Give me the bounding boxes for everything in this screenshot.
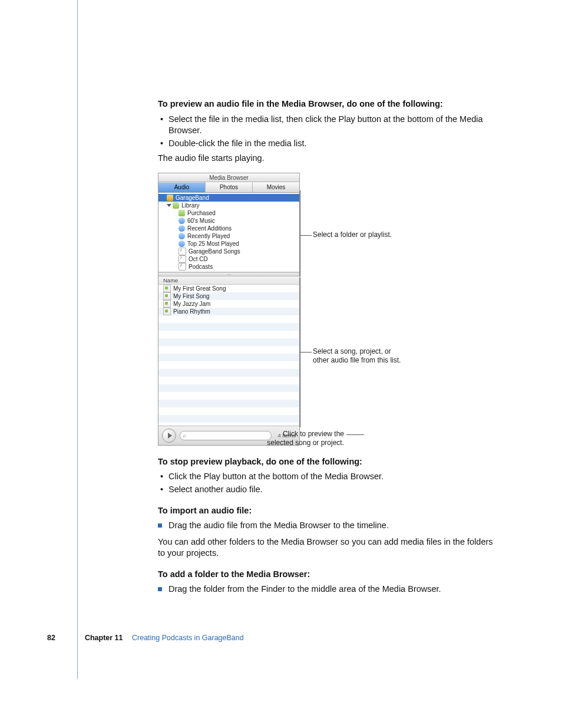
pane-divider[interactable]: ⋯ (158, 272, 299, 276)
tree-item-garageband[interactable]: GarageBand (158, 194, 299, 202)
smart-playlist-icon (178, 233, 185, 239)
tree-item-library[interactable]: Library (158, 202, 299, 209)
page-number: 82 (47, 634, 55, 642)
callout-text: selected song or project. (267, 439, 344, 447)
tree-label: Purchased (187, 210, 216, 216)
tree-label: 60's Music (187, 218, 215, 224)
paragraph: You can add other folders to the Media B… (158, 536, 494, 559)
tab-movies[interactable]: Movies (253, 182, 299, 192)
callout-folder: Select a folder or playlist. (313, 230, 392, 239)
paragraph: The audio file starts playing. (158, 153, 494, 164)
bullet-item: Select the file in the media list, then … (158, 114, 494, 137)
stop-bullets: Click the Play button at the bottom of t… (158, 471, 494, 495)
tree-label: Recent Additions (187, 225, 232, 232)
heading-import: To import an audio file: (158, 505, 494, 517)
media-browser-title: Media Browser (158, 173, 299, 182)
smart-playlist-icon (178, 218, 185, 224)
file-name: My First Great Song (173, 285, 226, 292)
heading-addfolder: To add a folder to the Media Browser: (158, 569, 494, 581)
bracket-line (300, 278, 300, 427)
disclosure-triangle-icon[interactable] (167, 204, 171, 207)
tree-item[interactable]: Podcasts (158, 263, 299, 271)
search-input[interactable] (180, 431, 272, 440)
source-tree[interactable]: GarageBand Library Purchased 60's Music … (158, 193, 299, 272)
list-item[interactable]: Piano Rhythm (158, 308, 299, 315)
file-name: My First Song (173, 293, 210, 299)
audio-file-icon (163, 292, 171, 300)
audio-file-icon (163, 300, 171, 308)
media-browser-figure: Click to preview the selected song or pr… (158, 173, 494, 446)
bullet-item: Double-click the file in the media list. (158, 138, 494, 150)
tree-label: Oct CD (189, 256, 208, 262)
media-list[interactable]: Name My First Great Song My First Song M… (158, 276, 299, 426)
chapter-title: Creating Podcasts in GarageBand (132, 634, 244, 642)
chapter-label: Chapter 11 (85, 634, 123, 642)
tree-label: Podcasts (189, 263, 213, 270)
tab-photos[interactable]: Photos (206, 182, 253, 192)
bullet-item: Drag the folder from the Finder to the m… (158, 584, 494, 595)
playlist-icon (178, 263, 186, 271)
media-browser-tabs: Audio Photos Movies (158, 182, 299, 193)
tree-item[interactable]: 60's Music (158, 217, 299, 225)
callout-song: Select a song, project, or other audio f… (313, 347, 401, 365)
heading-stop: To stop preview playback, do one of the … (158, 456, 494, 468)
smart-playlist-icon (178, 241, 185, 247)
playlist-icon (178, 210, 185, 216)
callout-text: Select a song, project, or (313, 347, 391, 355)
addfolder-bullets: Drag the folder from the Finder to the m… (158, 584, 494, 595)
list-item[interactable]: My Jazzy Jam (158, 300, 299, 308)
tree-item[interactable]: Purchased (158, 209, 299, 217)
bullet-item: Drag the audio file from the Media Brows… (158, 520, 494, 532)
tree-label: Recently Played (187, 233, 230, 239)
tree-item[interactable]: Recent Additions (158, 225, 299, 232)
library-icon (173, 202, 179, 209)
tree-item[interactable]: Recently Played (158, 232, 299, 240)
tree-label: Top 25 Most Played (187, 241, 239, 247)
tree-label: GarageBand Songs (189, 248, 240, 255)
smart-playlist-icon (178, 225, 185, 232)
callout-text: other audio file from this list. (313, 356, 401, 364)
play-button[interactable] (162, 429, 176, 443)
empty-rows (158, 315, 299, 423)
preview-bullets: Select the file in the media list, then … (158, 114, 494, 150)
audio-file-icon (163, 308, 171, 315)
main-content: To preview an audio file in the Media Br… (158, 98, 494, 599)
tree-label: GarageBand (176, 195, 209, 201)
callout-text: Select a folder or playlist. (313, 230, 392, 239)
page-footer: 82 Chapter 11 Creating Podcasts in Garag… (47, 634, 244, 642)
file-name: My Jazzy Jam (173, 301, 210, 307)
column-header-name[interactable]: Name (158, 276, 299, 285)
bullet-item: Select another audio file. (158, 484, 494, 496)
bullet-item: Click the Play button at the bottom of t… (158, 471, 494, 483)
import-bullets: Drag the audio file from the Media Brows… (158, 520, 494, 532)
list-item[interactable]: My First Great Song (158, 285, 299, 292)
left-margin-rule (77, 0, 78, 679)
garageband-icon (167, 195, 173, 201)
list-item[interactable]: My First Song (158, 292, 299, 300)
audio-file-icon (163, 285, 171, 292)
tab-audio[interactable]: Audio (158, 182, 206, 192)
bracket-line (300, 190, 300, 276)
callout-play: Click to preview the selected song or pr… (262, 430, 344, 447)
media-browser-window: Media Browser Audio Photos Movies Garage… (158, 173, 300, 446)
tree-label: Library (181, 202, 200, 209)
file-name: Piano Rhythm (173, 308, 210, 315)
callout-text: Click to preview the (283, 430, 344, 438)
heading-preview: To preview an audio file in the Media Br… (158, 98, 494, 110)
